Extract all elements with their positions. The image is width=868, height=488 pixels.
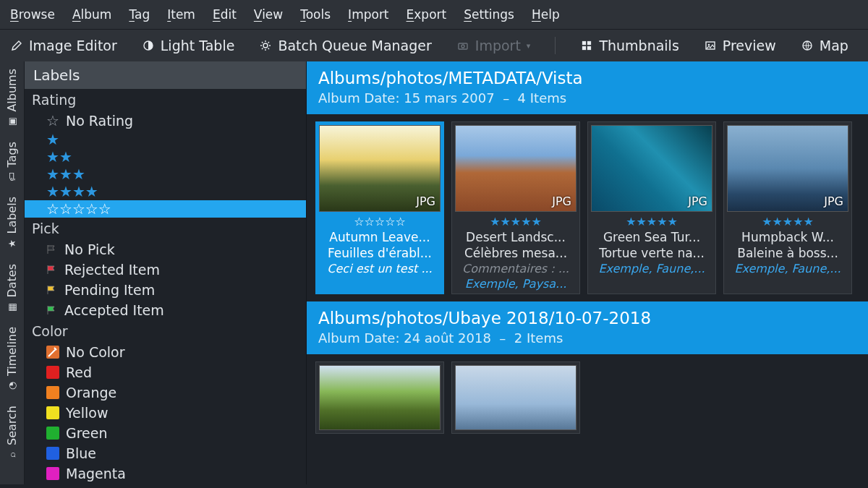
menu-import[interactable]: Import (348, 7, 388, 22)
color-blue[interactable]: Blue (25, 443, 306, 463)
star-icon: ★ (59, 184, 72, 199)
pick-rejected-item[interactable]: Rejected Item (25, 260, 306, 280)
star-outline-icon: ☆ (46, 114, 59, 128)
rating-stars[interactable]: ☆☆☆☆☆ (319, 215, 441, 228)
menu-edit[interactable]: Edit (213, 7, 237, 22)
content-area: Albums/photos/METADATA/VistaAlbum Date: … (307, 61, 868, 484)
menu-help[interactable]: Help (532, 7, 560, 22)
menu-settings[interactable]: Settings (464, 7, 514, 22)
svg-rect-4 (582, 41, 586, 45)
thumb-subtitle: Célèbres mesa... (455, 246, 576, 260)
album-header[interactable]: Albums/photos/METADATA/VistaAlbum Date: … (307, 61, 868, 114)
pick-accepted-item[interactable]: Accepted Item (25, 300, 306, 320)
thumbnail-image: JPG (591, 125, 712, 212)
rail-tab-tags[interactable]: 🏷Tags (2, 134, 22, 189)
pick-pending-item[interactable]: Pending Item (25, 280, 306, 300)
color-section-label: Color (25, 320, 306, 342)
menu-export[interactable]: Export (407, 7, 447, 22)
rating-section-label: Rating (25, 89, 306, 111)
thumb-subtitle: Feuilles d'érabl... (319, 246, 441, 260)
star-icon: ☆ (98, 202, 111, 216)
import-button[interactable]: Import ▾ (456, 38, 531, 53)
no-rating-row[interactable]: ☆ No Rating (25, 111, 306, 131)
row-label: Accepted Item (64, 302, 164, 318)
thumbnails-button[interactable]: Thumbnails (580, 38, 678, 53)
image-editor-button[interactable]: Image Editor (10, 38, 117, 53)
rating-stars[interactable]: ★★★★★ (455, 215, 576, 228)
thumbnail-image: JPG (455, 125, 576, 212)
star-icon: ★ (59, 150, 72, 164)
thumbnail-row: 🌐🌐 (307, 354, 868, 441)
tool-label: Preview (723, 38, 776, 53)
format-badge: JPG (416, 194, 435, 208)
rail-tab-labels[interactable]: ★Labels (2, 189, 22, 257)
album-header[interactable]: Albums/photos/Ubaye 2018/10-07-2018Album… (307, 301, 868, 354)
row-label: Blue (66, 445, 96, 461)
tool-label: Light Table (161, 38, 235, 53)
rating-5-stars[interactable]: ☆☆☆☆☆ (25, 200, 306, 218)
rail-tab-albums[interactable]: ▣Albums (2, 61, 22, 134)
labels-panel: Labels Rating ☆ No Rating ★★★★★★★★★★☆☆☆☆… (25, 61, 307, 484)
thumbnail[interactable]: 🌐JPG★★★★★Desert Landsc...Célèbres mesa..… (451, 121, 580, 294)
row-label: No Rating (66, 113, 133, 129)
light-table-button[interactable]: Light Table (142, 38, 235, 53)
svg-rect-5 (587, 41, 591, 45)
row-label: Pending Item (64, 282, 155, 298)
rail-tab-dates[interactable]: ▦Dates (2, 257, 22, 320)
format-badge: JPG (824, 194, 843, 208)
menu-tools[interactable]: Tools (300, 7, 331, 22)
thumb-comment: Commentaires : ... (455, 262, 576, 275)
thumb-subtitle: Tortue verte na... (591, 246, 712, 260)
pencil-icon (10, 39, 23, 52)
svg-rect-2 (459, 43, 467, 49)
batch-queue-button[interactable]: Batch Queue Manager (259, 38, 431, 53)
left-tab-rail: ▣Albums🏷Tags★Labels▦Dates◔Timeline⌕Searc… (0, 61, 25, 484)
rating-4-stars[interactable]: ★★★★ (25, 183, 306, 200)
format-badge: JPG (552, 194, 571, 208)
menu-item[interactable]: Item (167, 7, 195, 22)
star-icon: ☆ (46, 202, 59, 216)
rating-1-stars[interactable]: ★ (25, 131, 306, 148)
color-magenta[interactable]: Magenta (25, 463, 306, 484)
map-button[interactable]: Map (801, 38, 848, 53)
rating-stars[interactable]: ★★★★★ (591, 215, 712, 228)
thumb-tags: Exemple, Faune,... (591, 262, 712, 275)
thumbnail[interactable]: 🌐 (315, 361, 444, 434)
thumb-tags: Exemple, Paysa... (455, 277, 576, 291)
color-swatch (46, 467, 59, 480)
pick-no-pick[interactable]: No Pick (25, 239, 306, 260)
thumbnail[interactable]: 🌐JPG★★★★★Green Sea Tur...Tortue verte na… (587, 121, 716, 294)
thumb-subtitle: Baleine à boss... (727, 246, 848, 260)
menu-album[interactable]: Album (72, 7, 112, 22)
color-orange[interactable]: Orange (25, 382, 306, 403)
rail-tab-timeline[interactable]: ◔Timeline (2, 320, 22, 398)
rail-tab-search[interactable]: ⌕Search (2, 398, 22, 468)
color-yellow[interactable]: Yellow (25, 403, 306, 423)
thumb-tags: Exemple, Faune,... (727, 262, 848, 275)
album-meta: Album Date: 24 août 2018 – 2 Items (318, 330, 856, 346)
rating-stars[interactable]: ★★★★★ (727, 215, 848, 228)
rating-3-stars[interactable]: ★★★ (25, 166, 306, 183)
album-path: Albums/photos/Ubaye 2018/10-07-2018 (318, 309, 856, 328)
color-red[interactable]: Red (25, 362, 306, 382)
camera-icon (456, 39, 469, 52)
chevron-down-icon: ▾ (527, 41, 531, 51)
thumbnail[interactable]: 🌐 (451, 361, 580, 434)
menu-browse[interactable]: Browse (10, 7, 55, 22)
color-green[interactable]: Green (25, 423, 306, 443)
menu-view[interactable]: View (254, 7, 283, 22)
rating-2-stars[interactable]: ★★ (25, 148, 306, 166)
flag-icon (46, 244, 58, 254)
color-swatch (46, 427, 59, 440)
thumb-tags: Ceci est un test ... (319, 262, 441, 275)
thumbnail[interactable]: 🌐JPG☆☆☆☆☆Autumn Leave...Feuilles d'érabl… (315, 121, 444, 294)
star-icon: ★ (59, 167, 72, 181)
star-icon: ★ (85, 184, 98, 199)
thumb-title: Desert Landsc... (455, 230, 576, 244)
star-icon: ★ (46, 167, 59, 181)
menu-tag[interactable]: Tag (129, 7, 150, 22)
color-swatch (46, 366, 59, 379)
thumbnail[interactable]: 🌐JPG★★★★★Humpback W...Baleine à boss...E… (723, 121, 852, 294)
preview-button[interactable]: Preview (704, 38, 776, 53)
color-no-color[interactable]: No Color (25, 342, 306, 362)
